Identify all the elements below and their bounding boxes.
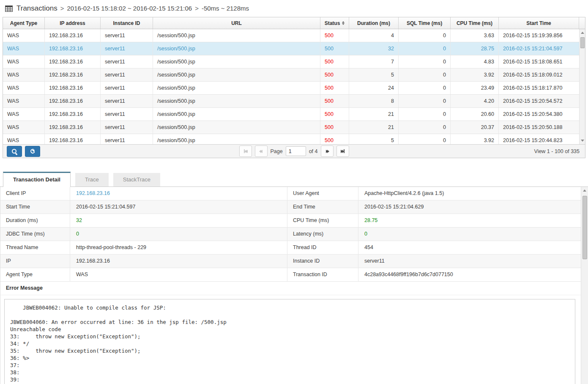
grid-cell: server11 <box>101 82 153 94</box>
grid-cell: 2016-02-15 15:18:17.870 <box>499 82 579 94</box>
first-page-icon <box>243 149 247 153</box>
transaction-row[interactable]: WAS192.168.23.16server11/session/500.jsp… <box>3 82 579 95</box>
refresh-button[interactable] <box>25 146 40 157</box>
grid-cell: 500 <box>320 42 349 55</box>
transaction-row[interactable]: WAS192.168.23.16server11/session/500.jsp… <box>3 42 579 55</box>
transaction-row[interactable]: WAS192.168.23.16server11/session/500.jsp… <box>3 55 579 69</box>
grid-cell: /session/500.jsp <box>153 134 320 144</box>
detail-field-label: Agent Type <box>0 268 70 281</box>
sort-icon[interactable] <box>342 21 345 25</box>
detail-field-value: http-thread-pool-threads - 229 <box>70 241 287 254</box>
grid-cell: 192.168.23.16 <box>45 55 101 68</box>
breadcrumb-segment: Transactions <box>16 4 57 12</box>
transaction-row[interactable]: WAS192.168.23.16server11/session/500.jsp… <box>3 121 579 134</box>
grid-cell: /session/500.jsp <box>153 42 320 55</box>
breadcrumb-separator: > <box>195 5 199 12</box>
first-page-button[interactable] <box>239 145 252 157</box>
tab-transaction-detail[interactable]: Transaction Detail <box>3 172 71 187</box>
detail-field-value: WAS <box>70 268 287 281</box>
pager-bar: Page of 4 View 1 - 100 of 335 <box>3 144 585 158</box>
detail-field-label: Instance ID <box>287 255 358 268</box>
grid-cell: 192.168.23.16 <box>45 95 101 107</box>
detail-field-value: 192.168.23.16 <box>70 255 287 268</box>
detail-field-label: Thread Name <box>0 241 70 254</box>
detail-field-label: User Agent <box>287 187 358 200</box>
grid-cell: 0 <box>399 55 451 68</box>
grid-cell: /session/500.jsp <box>153 29 320 42</box>
grid-cell: 32 <box>349 42 399 55</box>
grid-cell: 5 <box>349 134 399 144</box>
grid-cell: server11 <box>101 55 153 68</box>
grid-cell: 3.92 <box>451 69 499 81</box>
scroll-down-icon[interactable] <box>581 140 584 142</box>
detail-row: IP192.168.23.16Instance IDserver11 <box>0 255 581 268</box>
search-button[interactable] <box>7 146 22 157</box>
grid-cell: 2016-02-15 15:18:08.651 <box>499 55 579 68</box>
column-header-start-time[interactable]: Start Time <box>499 17 579 29</box>
scroll-up-icon[interactable] <box>583 189 586 192</box>
detail-panel: Transaction DetailTraceStackTrace Client… <box>0 172 588 384</box>
grid-body: WAS192.168.23.16server11/session/500.jsp… <box>3 29 579 144</box>
page-input[interactable] <box>286 146 306 156</box>
column-header-sql-time-ms[interactable]: SQL Time (ms) <box>399 17 451 29</box>
grid-cell: 21 <box>349 108 399 121</box>
view-info: View 1 - 100 of 335 <box>534 148 580 154</box>
detail-field-label: CPU Time (ms) <box>287 214 358 227</box>
next-page-button[interactable] <box>321 145 334 157</box>
grid-cell: 2016-02-15 15:20:54.380 <box>499 108 579 121</box>
detail-row: Duration (ms)32CPU Time (ms)28.75 <box>0 214 581 228</box>
column-header-status[interactable]: Status <box>320 17 349 29</box>
column-header-agent-type[interactable]: Agent Type <box>3 17 45 29</box>
grid-cell: WAS <box>3 95 45 107</box>
breadcrumb-separator: > <box>60 5 64 12</box>
detail-scrollbar-thumb[interactable] <box>583 196 587 259</box>
tab-stacktrace[interactable]: StackTrace <box>113 173 160 187</box>
grid-cell: 192.168.23.16 <box>45 42 101 55</box>
detail-row: JDBC Time (ms)0Latency (ms)0 <box>0 228 581 241</box>
grid-scrollbar[interactable] <box>579 29 585 144</box>
detail-field-label: Start Time <box>0 200 70 214</box>
page-count-label: of 4 <box>309 148 318 154</box>
last-page-button[interactable] <box>336 145 349 157</box>
detail-field-value[interactable]: 192.168.23.16 <box>70 187 287 200</box>
detail-field-value: 28.75 <box>358 214 581 227</box>
column-header-instance-id[interactable]: Instance ID <box>101 17 153 29</box>
grid-cell: WAS <box>3 42 45 55</box>
grid-cell: 0 <box>399 42 451 55</box>
column-header-cpu-time-ms[interactable]: CPU Time (ms) <box>451 17 499 29</box>
detail-body: Client IP192.168.23.16User AgentApache-H… <box>0 187 581 384</box>
grid-cell: /session/500.jsp <box>153 95 320 107</box>
detail-field-value: 32 <box>70 214 287 227</box>
title-bar: Transactions>2016-02-15 15:18:02 ~ 2016-… <box>0 0 588 17</box>
column-header-url[interactable]: URL <box>153 17 320 29</box>
breadcrumb: Transactions>2016-02-15 15:18:02 ~ 2016-… <box>13 4 249 13</box>
grid-cell: 20.60 <box>451 108 499 121</box>
transaction-row[interactable]: WAS192.168.23.16server11/session/500.jsp… <box>3 95 579 108</box>
transaction-row[interactable]: WAS192.168.23.16server11/session/500.jsp… <box>3 134 579 144</box>
grid-cell: 24 <box>349 82 399 94</box>
grid-cell: 192.168.23.16 <box>45 82 101 94</box>
detail-scrollbar[interactable] <box>581 187 588 384</box>
tab-trace[interactable]: Trace <box>75 173 109 187</box>
grid-cell: 4.83 <box>451 55 499 68</box>
grid-cell: 0 <box>399 121 451 134</box>
grid-cell: WAS <box>3 121 45 134</box>
detail-field-label: Duration (ms) <box>0 214 70 227</box>
page-label: Page <box>270 148 282 154</box>
transaction-row[interactable]: WAS192.168.23.16server11/session/500.jsp… <box>3 108 579 121</box>
prev-page-icon <box>260 150 262 153</box>
grid-scrollbar-thumb[interactable] <box>580 37 585 48</box>
grid-cell: WAS <box>3 69 45 81</box>
grid-cell: 500 <box>320 134 349 144</box>
column-header-duration-ms[interactable]: Duration (ms) <box>349 17 399 29</box>
grid-cell: server11 <box>101 95 153 107</box>
grid-cell: 2016-02-15 15:20:50.188 <box>499 121 579 134</box>
transaction-row[interactable]: WAS192.168.23.16server11/session/500.jsp… <box>3 69 579 82</box>
grid-cell: 500 <box>320 82 349 94</box>
prev-page-button[interactable] <box>254 145 267 157</box>
grid-cell: WAS <box>3 134 45 144</box>
scroll-up-icon[interactable] <box>581 32 584 34</box>
column-header-ip-address[interactable]: IP address <box>45 17 101 29</box>
transaction-row[interactable]: WAS192.168.23.16server11/session/500.jsp… <box>3 29 579 42</box>
detail-field-value: 4c28a93c4468f9ff196b7d6c7d077150 <box>358 268 581 281</box>
